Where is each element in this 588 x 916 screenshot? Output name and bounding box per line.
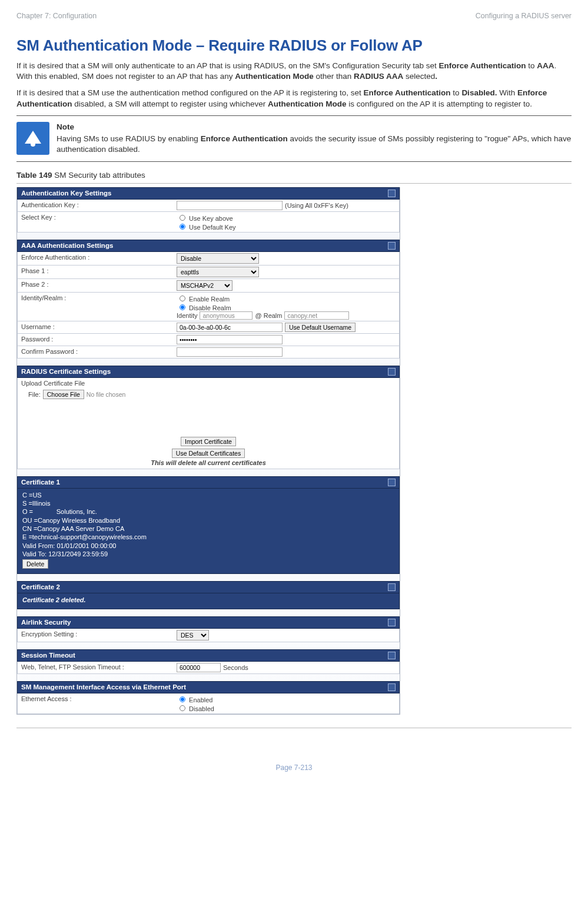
note-t1: Having SMs to use RADIUS by enabling — [57, 134, 201, 143]
import-certificate-button[interactable]: Import Certificate — [181, 437, 236, 446]
auth-key-input[interactable] — [177, 201, 283, 210]
panel-aaa-label: AAA Authentication Settings — [21, 242, 113, 250]
panel-toggle-icon[interactable] — [388, 683, 396, 691]
cert1-body: C =US S =Illinois O = Solutions, Inc. OU… — [17, 489, 400, 574]
panel-toggle-icon[interactable] — [388, 479, 396, 486]
panel-toggle-icon[interactable] — [388, 652, 396, 659]
chapter-label: Chapter 7: Configuration — [16, 12, 97, 20]
p1-s2: to — [526, 61, 537, 70]
choose-file-button[interactable]: Choose File — [43, 390, 84, 399]
radius-cert-body: Upload Certificate File File: Choose Fil… — [17, 378, 400, 469]
disable-realm-label: Disable Realm — [189, 304, 231, 311]
panel-mgmt-label: SM Management Interface Access via Ether… — [21, 683, 186, 691]
ethernet-enabled-label: Enabled — [189, 696, 212, 703]
panel-airlink-title: Airlink Security — [17, 616, 400, 629]
panel-radius-cert-title: RADIUS Certificate Settings — [17, 366, 400, 378]
p1-s1: If it is desired that a SM will only aut… — [16, 61, 438, 70]
note-block: Note Having SMs to use RADIUS by enablin… — [16, 118, 572, 159]
cert2-body: Certificate 2 deleted. — [17, 593, 400, 609]
enforce-auth-label: Enforce Authentication : — [18, 252, 173, 265]
ethernet-enabled-radio[interactable] — [180, 696, 185, 702]
p1-b2: AAA — [537, 61, 554, 70]
panel-toggle-icon[interactable] — [388, 619, 396, 626]
use-default-key-radio[interactable] — [180, 224, 185, 230]
phase1-select[interactable]: eapttls — [177, 267, 259, 277]
p2-s2: to — [451, 88, 462, 97]
delete-cert1-button[interactable]: Delete — [22, 559, 48, 569]
p2-s3: With — [497, 88, 517, 97]
identity-input[interactable] — [200, 311, 253, 320]
note-body: Note Having SMs to use RADIUS by enablin… — [57, 122, 572, 157]
panel-mgmt-title: SM Management Interface Access via Ether… — [17, 681, 400, 693]
panel-toggle-icon[interactable] — [388, 242, 396, 250]
p1-s5: selected — [403, 72, 435, 81]
divider — [16, 115, 572, 116]
identity-realm-row: Identity/Realm : Enable Realm Disable Re… — [17, 293, 400, 321]
enforce-auth-select[interactable]: Disable — [177, 253, 259, 264]
use-key-above-radio[interactable] — [180, 215, 185, 221]
phase1-row: Phase 1 : eapttls — [17, 265, 400, 279]
panel-cert1-label: Certificate 1 — [21, 479, 60, 486]
divider-light — [16, 183, 572, 184]
panel-radius-cert-label: RADIUS Certificate Settings — [21, 368, 111, 376]
note-text: Having SMs to use RADIUS by enabling Enf… — [57, 134, 572, 155]
realm-at-label: @ Realm — [255, 312, 282, 319]
no-file-chosen-label: No file chosen — [87, 391, 126, 398]
section-label: Configuring a RADIUS server — [476, 12, 572, 20]
panel-cert2-label: Certificate 2 — [21, 583, 60, 591]
panel-auth-key-label: Authentication Key Settings — [21, 190, 111, 197]
ethernet-access-label: Ethernet Access : — [18, 693, 173, 713]
identity-realm-label: Identity/Realm : — [18, 293, 173, 321]
auth-key-hint: (Using All 0xFF's Key) — [285, 202, 348, 209]
p2-b1: Enforce Authentication — [364, 88, 451, 97]
page-number: Page 7-213 — [16, 764, 572, 772]
use-default-certificates-button[interactable]: Use Default Certificates — [172, 449, 245, 458]
p2-s5: is configured on the AP it is attempting… — [346, 99, 532, 108]
password-input[interactable] — [177, 335, 283, 344]
confirm-password-input[interactable] — [177, 347, 283, 357]
panel-aaa-title: AAA Authentication Settings — [17, 240, 400, 252]
enable-realm-radio[interactable] — [180, 296, 185, 301]
page-header: Chapter 7: Configuration Configuring a R… — [16, 12, 572, 20]
table-caption-bold: Table 149 — [16, 171, 52, 180]
use-default-username-button[interactable]: Use Default Username — [285, 323, 356, 332]
panel-session-title: Session Timeout — [17, 649, 400, 662]
ethernet-disabled-radio[interactable] — [180, 705, 185, 711]
panel-cert1-title: Certificate 1 — [17, 476, 400, 489]
p2-b2: Disabled. — [461, 88, 497, 97]
note-heading: Note — [57, 122, 572, 132]
select-key-label: Select Key : — [18, 212, 173, 232]
username-row: Username : Use Default Username — [17, 321, 400, 334]
panel-toggle-icon[interactable] — [388, 190, 396, 197]
password-label: Password : — [18, 334, 173, 346]
upload-cert-label: Upload Certificate File — [18, 378, 399, 389]
security-tab-screenshot: Authentication Key Settings Authenticati… — [16, 187, 400, 715]
p1-b5: . — [435, 72, 437, 81]
cert1-line: E =technical-support@canopywireless.com — [22, 533, 394, 541]
panel-toggle-icon[interactable] — [388, 583, 396, 591]
page-title: SM Authentication Mode – Require RADIUS … — [16, 36, 572, 55]
panel-toggle-icon[interactable] — [388, 368, 396, 376]
panel-airlink-label: Airlink Security — [21, 619, 71, 626]
divider-light — [16, 728, 572, 728]
p2-s1: If it is desired that a SM use the authe… — [16, 88, 364, 97]
realm-input[interactable] — [284, 311, 349, 320]
panel-cert2-title: Certificate 2 — [17, 581, 400, 593]
username-input[interactable] — [177, 323, 283, 332]
divider — [16, 161, 572, 162]
cert1-line: C =US — [22, 491, 394, 499]
select-key-row: Select Key : Use Key above Use Default K… — [17, 212, 400, 233]
confirm-password-row: Confirm Password : — [17, 346, 400, 359]
p2-s4: disabled, a SM will attempt to register … — [72, 99, 268, 108]
session-timeout-input[interactable] — [177, 663, 221, 672]
phase2-label: Phase 2 : — [18, 279, 173, 292]
p1-b1: Enforce Authentication — [438, 61, 526, 70]
encryption-select[interactable]: DES — [177, 630, 209, 640]
phase2-select[interactable]: MSCHAPv2 — [177, 280, 232, 291]
note-icon — [16, 122, 49, 155]
phase2-row: Phase 2 : MSCHAPv2 — [17, 279, 400, 293]
phase1-label: Phase 1 : — [18, 265, 173, 278]
session-timeout-unit: Seconds — [223, 664, 248, 671]
disable-realm-radio[interactable] — [180, 304, 185, 310]
cert1-line: CN =Canopy AAA Server Demo CA — [22, 525, 394, 533]
